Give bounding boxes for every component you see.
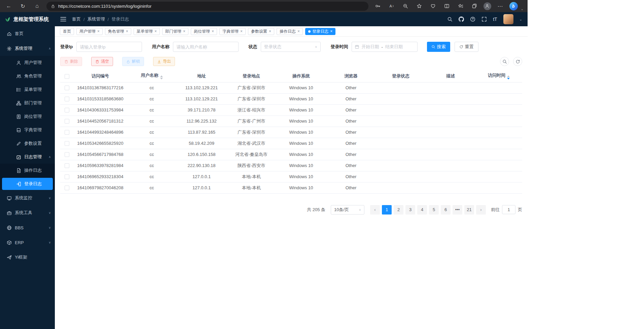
fullscreen-icon[interactable] (481, 17, 487, 22)
table-row[interactable]: 1641031533185863680cc113.102.129.221广东省-… (60, 93, 522, 104)
row-checkbox[interactable] (65, 119, 69, 124)
text-size-icon[interactable]: tT (493, 17, 497, 22)
toggle-search-button[interactable] (500, 57, 509, 66)
tab-param-settings[interactable]: 参数设置× (248, 28, 274, 35)
sidebar-item-menus[interactable]: 菜单管理 (0, 83, 55, 96)
tab-menu-mgmt[interactable]: 菜单管理× (134, 28, 160, 35)
row-checkbox[interactable] (65, 141, 69, 146)
table-row[interactable]: 1641069798270046208cc127.0.0.1本地-本机Windo… (60, 182, 522, 193)
sidebar-item-parameters[interactable]: 参数设置 (0, 137, 55, 150)
close-icon[interactable]: × (183, 29, 185, 33)
collections-icon[interactable] (470, 1, 479, 11)
table-row[interactable]: 1641044520567181312cc112.96.225.132广东省-广… (60, 116, 522, 127)
tab-dept-mgmt[interactable]: 部门管理× (162, 28, 188, 35)
split-screen-icon[interactable] (442, 1, 452, 11)
date-range-picker[interactable]: 开始日期 - 结束日期 (352, 42, 418, 52)
username-input[interactable] (173, 42, 239, 52)
sidebar-item-home[interactable]: 首页 (0, 26, 55, 41)
tab-operation-log[interactable]: 操作日志× (277, 28, 303, 35)
user-avatar[interactable] (503, 14, 513, 24)
sidebar-item-yi-framework[interactable]: Yi框架 (0, 250, 55, 265)
row-checkbox[interactable] (65, 152, 69, 157)
close-icon[interactable]: × (269, 29, 271, 33)
favorites-icon[interactable] (456, 1, 465, 11)
tab-user-mgmt[interactable]: 用户管理× (76, 28, 103, 35)
unlock-button[interactable]: 解锁 (122, 57, 144, 66)
row-checkbox[interactable] (65, 97, 69, 101)
page-button-5[interactable]: 5 (429, 205, 439, 215)
table-row[interactable]: 1641043063331753984cc39.171.210.78浙江省-绍兴… (60, 104, 522, 116)
sidebar-item-operation-log[interactable]: 操作日志 (0, 164, 55, 177)
row-checkbox[interactable] (65, 108, 69, 112)
sidebar-item-system[interactable]: 系统管理 ∧ (0, 41, 55, 56)
help-icon[interactable] (470, 17, 475, 22)
row-checkbox[interactable] (65, 163, 69, 168)
header-search-icon[interactable] (447, 17, 453, 22)
search-button[interactable]: 搜索 (427, 42, 450, 52)
page-button-6[interactable]: 6 (441, 205, 451, 215)
sidebar-item-users[interactable]: 用户管理 (0, 56, 55, 69)
address-bar[interactable]: https://ccnetcore.com:1101/system/log/lo… (46, 2, 368, 11)
reload-icon[interactable]: ↻ (18, 1, 28, 11)
table-row[interactable]: 1641053426655825920cc58.19.42.209湖北省-武汉市… (60, 138, 522, 149)
settings-menu-icon[interactable]: ⋯ (496, 1, 505, 11)
table-row[interactable]: 1641031367863177216cc113.102.129.221广东省-… (60, 82, 522, 93)
close-icon[interactable]: × (97, 29, 100, 33)
avatar-caret-icon[interactable]: ⌄ (520, 18, 522, 21)
col-username[interactable]: 用户名称 (127, 70, 177, 82)
table-row[interactable]: 1641059633978281984cc222.90.130.18陕西省-西安… (60, 160, 522, 171)
page-button-4[interactable]: 4 (417, 205, 427, 215)
zoom-out-icon[interactable] (401, 1, 410, 11)
page-button-21[interactable]: 21 (464, 205, 474, 215)
sidebar-item-monitoring[interactable]: 系统监控 ∨ (0, 191, 55, 205)
home-icon[interactable]: ⌂ (32, 1, 42, 11)
sidebar-item-roles[interactable]: 角色管理 (0, 69, 55, 83)
tab-role-mgmt[interactable]: 角色管理× (105, 28, 131, 35)
sort-icon[interactable] (507, 75, 510, 79)
table-row[interactable]: 1641044993248464896cc113.87.92.165广东省-深圳… (60, 127, 522, 138)
row-checkbox[interactable] (65, 86, 69, 90)
password-key-icon[interactable] (373, 1, 383, 11)
next-page-button[interactable]: › (476, 205, 486, 215)
sidebar-item-logs[interactable]: 日志管理 ∧ (0, 150, 55, 164)
copilot-icon[interactable]: b (509, 2, 518, 10)
status-select[interactable]: 登录状态 ∨ (261, 42, 321, 52)
table-row[interactable]: 1641069652933218304cc127.0.0.1本地-本机Windo… (60, 171, 522, 182)
clear-button[interactable]: 清空 (91, 57, 113, 66)
tab-post-mgmt[interactable]: 岗位管理× (191, 28, 217, 35)
prev-page-button[interactable]: ‹ (370, 205, 380, 215)
breadcrumb-item[interactable]: 系统管理 (87, 16, 105, 22)
reset-button[interactable]: 重置 (455, 42, 478, 52)
sidebar-item-posts[interactable]: 岗位管理 (0, 110, 55, 123)
export-button[interactable]: 导出 (153, 57, 175, 66)
sidebar-item-dictionary[interactable]: 字典管理 (0, 123, 55, 137)
browser-essentials-icon[interactable] (428, 1, 438, 11)
select-all-checkbox[interactable] (65, 74, 69, 79)
page-button-3[interactable]: 3 (405, 205, 415, 215)
sort-icon[interactable] (160, 75, 163, 79)
sidebar-item-tools[interactable]: 系统工具 ∨ (0, 205, 55, 220)
add-favorite-icon[interactable] (415, 1, 424, 11)
close-icon[interactable]: × (330, 29, 332, 33)
close-icon[interactable]: × (212, 29, 214, 33)
sidebar-item-erp[interactable]: ERP ∨ (0, 235, 55, 250)
close-icon[interactable]: × (240, 29, 243, 33)
page-button-2[interactable]: 2 (394, 205, 403, 215)
login-ip-input[interactable] (76, 42, 142, 52)
goto-page-input[interactable] (502, 205, 515, 214)
row-checkbox[interactable] (65, 186, 69, 190)
sidebar-toggle-icon[interactable] (60, 17, 66, 22)
sidebar-item-bbs[interactable]: BBS ∨ (0, 220, 55, 235)
page-size-select[interactable]: 10条/页 ∨ (331, 205, 364, 215)
read-aloud-icon[interactable]: A (387, 1, 396, 11)
refresh-table-button[interactable] (513, 57, 522, 66)
sidebar-item-departments[interactable]: 部门管理 (0, 96, 55, 110)
github-icon[interactable] (459, 17, 464, 22)
copilot-caret-icon[interactable]: ⌄ (521, 7, 524, 11)
row-checkbox[interactable] (65, 174, 69, 179)
page-button-1[interactable]: 1 (382, 205, 392, 215)
back-icon[interactable]: ← (4, 1, 13, 11)
browser-profile-avatar[interactable] (484, 2, 491, 10)
delete-button[interactable]: 删除 (60, 57, 82, 66)
breadcrumb-item[interactable]: 首页 (72, 16, 81, 22)
